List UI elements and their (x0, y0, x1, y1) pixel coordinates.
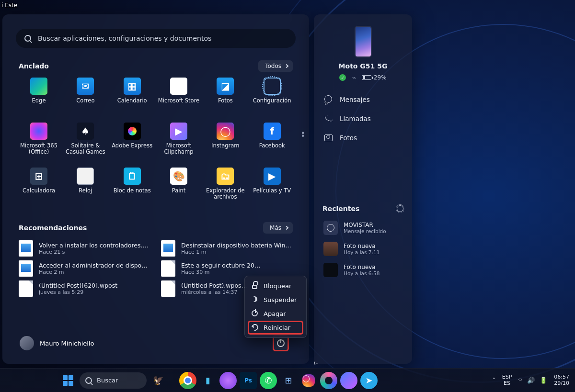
reco-item[interactable]: Este a seguir octubre 20…Hace 30 m (161, 260, 293, 277)
power-menu-shutdown[interactable]: Apagar (248, 307, 303, 321)
tray-clock[interactable]: 06:5729/10 (554, 374, 569, 386)
pin-facebook[interactable]: fFacebook (249, 122, 295, 165)
reco-title: Recomendaciones (19, 224, 87, 232)
battery-icon (362, 75, 371, 80)
phone-photos[interactable]: Fotos (322, 128, 403, 147)
pin-explorer[interactable]: 🗂Explorador de archivos (202, 167, 248, 210)
power-menu-lock[interactable]: Bloquear (248, 279, 303, 293)
file-image-icon (19, 260, 33, 277)
recent-item[interactable]: Foto nuevaHoy a las 7:11 (322, 238, 403, 259)
pin-instagram[interactable]: ◯Instagram (202, 122, 248, 165)
message-icon (323, 221, 338, 235)
pin-label: Configuración (253, 98, 291, 104)
battery-icon[interactable]: 🔋 (540, 377, 547, 384)
wifi-icon[interactable]: ⌔ (518, 377, 522, 384)
chevron-right-icon (285, 226, 288, 230)
taskbar-app-eagle[interactable]: 🦅 (150, 372, 167, 389)
reco-item-sub: miércoles a las 14:37 (181, 289, 247, 295)
pin-calendario[interactable]: ▦Calendario (109, 77, 155, 120)
photos-icon: ◪ (217, 78, 234, 95)
pin-clipchamp[interactable]: ▶Microsoft Clipchamp (156, 122, 202, 165)
pin-m365[interactable]: Microsoft 365 (Office) (16, 122, 62, 165)
file-doc-icon (161, 280, 175, 297)
recent-item[interactable]: MOVISTARMensaje recibido (322, 217, 403, 238)
pinned-page-dots[interactable]: •• (301, 132, 305, 138)
m365-icon (30, 123, 47, 140)
taskbar-start-button[interactable] (59, 372, 77, 389)
chevron-right-icon (285, 64, 288, 68)
taskbar-app-photoshop[interactable]: Ps (240, 372, 257, 389)
clock-time: 06:57 (554, 374, 569, 380)
pinned-all-button[interactable]: Todos (258, 60, 293, 72)
pin-paint[interactable]: 🎨Paint (156, 167, 202, 210)
pin-adobe[interactable]: Adobe Express (109, 122, 155, 165)
taskbar-app-notes[interactable]: ▮ (199, 372, 217, 389)
instagram-icon: ◯ (217, 123, 234, 140)
pin-configuracion[interactable]: Configuración (249, 77, 295, 120)
pin-peliculas[interactable]: ▶Películas y TV (249, 167, 295, 210)
pin-label: Películas y TV (253, 188, 291, 194)
pin-calculadora[interactable]: ⊞Calculadora (16, 167, 62, 210)
pin-store[interactable]: 🛍Microsoft Store (156, 77, 202, 120)
pin-label: Correo (76, 98, 94, 104)
pin-label: Calendario (117, 98, 147, 104)
tray-language[interactable]: ESPES (502, 374, 512, 386)
power-menu-sleep[interactable]: Suspender (248, 293, 303, 307)
gear-icon[interactable] (397, 205, 403, 212)
store-icon: 🛍 (170, 78, 187, 95)
user-account[interactable]: Mauro Minichiello (20, 336, 94, 350)
solitaire-icon: ♠ (77, 123, 94, 140)
tray-overflow[interactable]: ˄ (493, 377, 495, 384)
phone-messages[interactable]: Mensajes (322, 90, 403, 109)
side-link-label: Fotos (340, 134, 357, 142)
reco-item[interactable]: (Untitled Post)[620].wpostjueves a las 5… (19, 280, 150, 297)
taskbar-app-instagram[interactable]: ◯ (300, 372, 317, 389)
reco-item-title: (Untitled Post)[620].wpost (39, 282, 117, 289)
call-icon (324, 114, 333, 123)
taskbar-app-chrome[interactable] (179, 372, 196, 389)
pin-label: Microsoft Clipchamp (156, 143, 202, 155)
taskbar-app-telegram[interactable]: ➤ (360, 372, 378, 389)
pin-fotos[interactable]: ◪Fotos (202, 77, 248, 120)
pin-label: Instagram (211, 143, 240, 149)
power-menu-restart[interactable]: Reiniciar (248, 321, 303, 335)
recent-item[interactable]: Foto nuevaHoy a las 6:58 (322, 259, 403, 280)
reco-more-button[interactable]: Más (263, 222, 293, 234)
pin-edge[interactable]: Edge (16, 77, 62, 120)
notepad-icon: 🗒 (124, 168, 141, 185)
reco-item-title: (Untitled Post).wpos… (181, 282, 247, 289)
reco-item[interactable]: Volver a instalar los controladores.j…Ha… (19, 240, 150, 257)
adobe-express-icon (124, 123, 141, 140)
user-name: Mauro Minichiello (40, 340, 94, 347)
desktop-item-label: i Este (1, 2, 17, 9)
pin-reloj[interactable]: Reloj (62, 167, 108, 210)
photo-icon (324, 134, 333, 142)
reco-item[interactable]: Desinstalar dispositivo bateria Win…Hace… (161, 240, 293, 257)
taskbar-app-copilot[interactable] (340, 372, 357, 389)
explorer-icon: 🗂 (217, 168, 234, 185)
phone-thumbnail[interactable] (355, 26, 372, 57)
recent-sub: Hoy a las 7:11 (344, 249, 380, 255)
taskbar-search[interactable]: Buscar (80, 372, 147, 389)
reco-item[interactable]: Acceder al administrador de dispos…Hace … (19, 260, 150, 277)
start-search[interactable]: Buscar aplicaciones, configuraciones y d… (16, 29, 296, 48)
phone-calls[interactable]: Llamadas (322, 109, 403, 128)
connected-icon: ✓ (339, 74, 346, 81)
pin-label: Adobe Express (112, 143, 152, 149)
pin-solitaire[interactable]: ♠Solitaire & Casual Games (62, 122, 108, 165)
taskbar-app-calculator[interactable]: ⊞ (280, 372, 297, 389)
power-menu-label: Bloquear (264, 282, 291, 290)
phone-link-panel: Moto G51 5G ✓ ⌁ 29% Mensajes Llamadas Fo… (314, 14, 412, 364)
pin-label: Fotos (218, 98, 233, 104)
pin-notas[interactable]: 🗒Bloc de notas (109, 167, 155, 210)
lang-line2: ES (502, 381, 512, 386)
pin-correo[interactable]: ✉Correo (62, 77, 108, 120)
bluetooth-icon: ⌁ (352, 74, 356, 81)
taskbar-app-whatsapp[interactable]: ✆ (260, 372, 277, 389)
reco-item-title: Desinstalar dispositivo bateria Win… (181, 242, 291, 249)
pin-label: Edge (32, 98, 46, 104)
volume-icon[interactable]: 🔊 (527, 377, 535, 384)
recent-title: MOVISTAR (344, 222, 386, 228)
taskbar-app-copilot-ring[interactable] (320, 372, 337, 389)
taskbar-app-purple[interactable] (219, 372, 237, 389)
